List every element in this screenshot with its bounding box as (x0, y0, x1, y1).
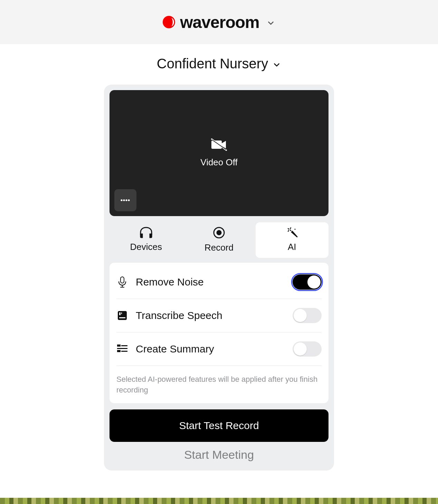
row-label: Create Summary (136, 343, 285, 355)
row-summary: Create Summary (116, 332, 322, 366)
brand-dropdown-caret[interactable] (266, 17, 275, 28)
room-name: Confident Nursery (157, 56, 268, 71)
tab-label: Devices (130, 242, 162, 252)
microphone-icon (116, 276, 128, 288)
page-body: Confident Nursery Video Off (0, 44, 438, 471)
logo-icon (163, 16, 175, 28)
svg-point-2 (121, 199, 122, 201)
chevron-down-icon (266, 19, 275, 28)
svg-rect-10 (118, 311, 127, 320)
svg-rect-12 (121, 312, 122, 314)
svg-point-5 (128, 199, 130, 201)
video-status-label: Video Off (200, 157, 237, 168)
setup-tabs: Devices Record AI (110, 222, 328, 258)
toggle-transcribe[interactable] (293, 308, 322, 323)
brand-name: waveroom (180, 13, 259, 32)
svg-rect-13 (119, 317, 125, 318)
svg-rect-14 (117, 345, 121, 347)
svg-rect-16 (117, 348, 127, 349)
sparkle-icon (285, 226, 298, 238)
app-logo[interactable]: waveroom (163, 13, 259, 32)
app-header: waveroom (0, 0, 438, 44)
background-texture (0, 498, 438, 504)
row-transcribe: Transcribe Speech (116, 299, 322, 332)
row-label: Remove Noise (136, 276, 285, 288)
room-selector[interactable]: Confident Nursery (157, 56, 281, 71)
svg-point-3 (123, 199, 125, 201)
tab-label: Record (204, 242, 234, 253)
headphones-icon (139, 226, 153, 238)
svg-point-7 (217, 231, 221, 235)
svg-rect-15 (121, 345, 127, 346)
svg-rect-9 (121, 277, 124, 283)
video-off-icon (211, 138, 227, 151)
svg-point-4 (125, 199, 127, 201)
svg-point-8 (295, 229, 296, 230)
transcript-icon (116, 310, 128, 321)
row-remove-noise: Remove Noise (116, 265, 322, 299)
ai-note: Selected AI-powered features will be app… (116, 366, 322, 396)
more-dots-icon (120, 199, 131, 202)
ai-panel: Remove Noise Transcribe Speech Create Su… (110, 263, 328, 403)
start-meeting-button[interactable]: Start Meeting (110, 448, 328, 463)
svg-rect-18 (121, 351, 127, 352)
meeting-setup-card: Video Off Devices Record (104, 85, 334, 471)
svg-rect-17 (117, 350, 121, 352)
video-preview: Video Off (110, 90, 328, 216)
svg-rect-11 (119, 312, 121, 315)
start-test-record-button[interactable]: Start Test Record (110, 409, 328, 442)
tab-ai[interactable]: AI (256, 222, 328, 258)
tab-label: AI (288, 242, 296, 252)
row-label: Transcribe Speech (136, 310, 285, 321)
chevron-down-icon (272, 60, 281, 69)
preview-more-button[interactable] (114, 189, 136, 211)
tab-devices[interactable]: Devices (110, 222, 182, 258)
toggle-summary[interactable] (293, 341, 322, 357)
toggle-remove-noise[interactable] (293, 274, 322, 290)
record-icon (213, 226, 225, 239)
room-dropdown-caret (272, 58, 281, 69)
tab-record[interactable]: Record (182, 222, 255, 258)
summary-icon (116, 345, 128, 353)
